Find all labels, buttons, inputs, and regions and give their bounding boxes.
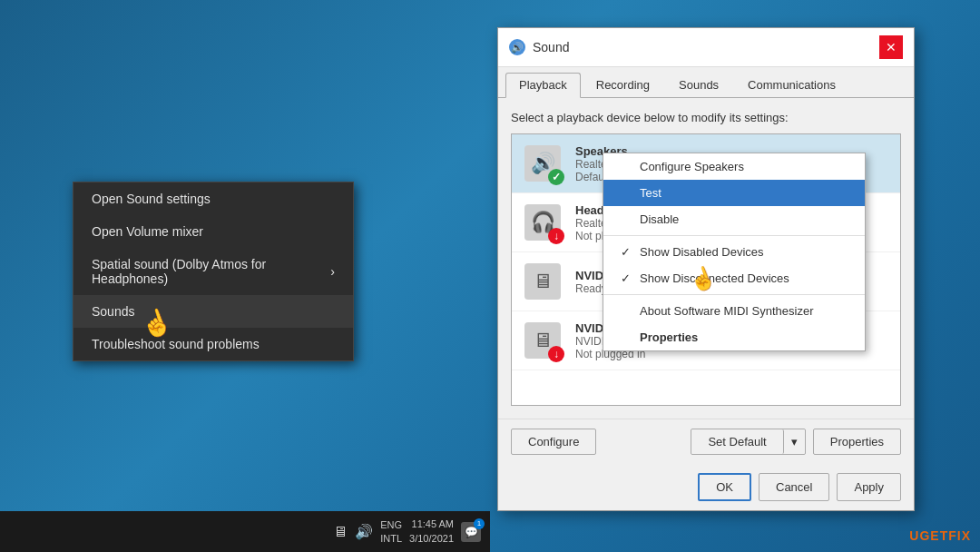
- sound-title-icon: 🔊: [509, 39, 525, 55]
- set-default-button[interactable]: Set Default: [691, 429, 783, 454]
- clock: 11:45 AM 3/10/2021: [409, 518, 454, 546]
- dcm-about-midi[interactable]: About Software MIDI Synthesizer: [603, 298, 865, 324]
- dcm-show-disabled[interactable]: ✓ Show Disabled Devices: [603, 239, 865, 265]
- dcm-separator-2: [603, 294, 865, 295]
- language-indicator: ENG INTL: [380, 518, 402, 545]
- configure-button[interactable]: Configure: [511, 429, 596, 455]
- status-badge-red-1: ↓: [548, 228, 564, 244]
- device-icon-nvidia: 🖥: [521, 260, 564, 303]
- device-icon-nvidia-output: 🖥 ↓: [521, 319, 564, 362]
- notification-icon[interactable]: 💬 1: [461, 522, 481, 542]
- dialog-instruction: Select a playback device below to modify…: [511, 111, 901, 124]
- watermark: UGETFIX: [909, 528, 971, 543]
- tab-communications[interactable]: Communications: [734, 73, 849, 97]
- monitor-icon: 🖥: [333, 524, 348, 540]
- set-default-group: Set Default ▾: [691, 429, 805, 455]
- dcm-test[interactable]: Test: [603, 180, 865, 206]
- dialog-titlebar: 🔊 Sound ✕: [498, 28, 914, 67]
- device-icon-speakers: 🔊 ✓: [521, 142, 564, 185]
- dcm-separator-1: [603, 235, 865, 236]
- status-badge-green: ✓: [548, 169, 564, 185]
- check-mark-1: ✓: [618, 245, 632, 259]
- dialog-bottom-buttons: OK Cancel Apply: [498, 464, 914, 510]
- dcm-properties[interactable]: Properties: [603, 324, 865, 350]
- set-default-dropdown[interactable]: ▾: [784, 429, 805, 454]
- device-context-menu: Configure Speakers Test Disable ✓ Show D…: [603, 153, 866, 351]
- context-menu-item-spatial-sound[interactable]: Spatial sound (Dolby Atmos for Headphone…: [74, 248, 353, 295]
- tab-playback[interactable]: Playback: [505, 73, 581, 98]
- properties-button[interactable]: Properties: [813, 429, 901, 455]
- volume-icon[interactable]: 🔊: [355, 523, 373, 540]
- context-menu: Open Sound settings Open Volume mixer Sp…: [73, 182, 354, 361]
- tab-sounds[interactable]: Sounds: [665, 73, 732, 97]
- context-menu-item-open-sound-settings[interactable]: Open Sound settings: [74, 182, 353, 215]
- context-menu-item-open-volume-mixer[interactable]: Open Volume mixer: [74, 215, 353, 248]
- check-mark-2: ✓: [618, 271, 632, 285]
- submenu-arrow-icon: ›: [330, 264, 335, 279]
- sound-dialog: 🔊 Sound ✕ Playback Recording Sounds Comm…: [497, 27, 915, 511]
- close-button[interactable]: ✕: [879, 35, 903, 59]
- notification-badge: 1: [474, 518, 485, 529]
- taskbar: 🖥 🔊 ENG INTL 11:45 AM 3/10/2021 💬 1: [0, 511, 490, 552]
- dcm-disable[interactable]: Disable: [603, 206, 865, 232]
- status-badge-red-2: ↓: [548, 346, 564, 362]
- device-icon-headphones: 🎧 ↓: [521, 201, 564, 244]
- dialog-body: Select a playback device below to modify…: [498, 98, 914, 419]
- dcm-configure-speakers[interactable]: Configure Speakers: [603, 153, 865, 180]
- dialog-buttons-row: Configure Set Default ▾ Properties: [498, 419, 914, 464]
- apply-button[interactable]: Apply: [837, 473, 901, 501]
- dialog-title: 🔊 Sound: [509, 39, 569, 55]
- cancel-button[interactable]: Cancel: [759, 473, 829, 501]
- ok-button[interactable]: OK: [698, 473, 751, 501]
- dcm-show-disconnected[interactable]: ✓ Show Disconnected Devices: [603, 265, 865, 291]
- device-list-container: 🔊 ✓ Speakers Realtek High Definition Aud…: [511, 133, 901, 406]
- context-menu-item-sounds[interactable]: Sounds: [74, 295, 353, 328]
- context-menu-item-troubleshoot[interactable]: Troubleshoot sound problems: [74, 328, 353, 360]
- tab-recording[interactable]: Recording: [583, 73, 663, 97]
- dialog-tabs: Playback Recording Sounds Communications: [498, 67, 914, 98]
- taskbar-icons: 🖥 🔊 ENG INTL 11:45 AM 3/10/2021 💬 1: [333, 518, 481, 546]
- desktop: 🖥 🔊 ENG INTL 11:45 AM 3/10/2021 💬 1 Open…: [0, 0, 980, 552]
